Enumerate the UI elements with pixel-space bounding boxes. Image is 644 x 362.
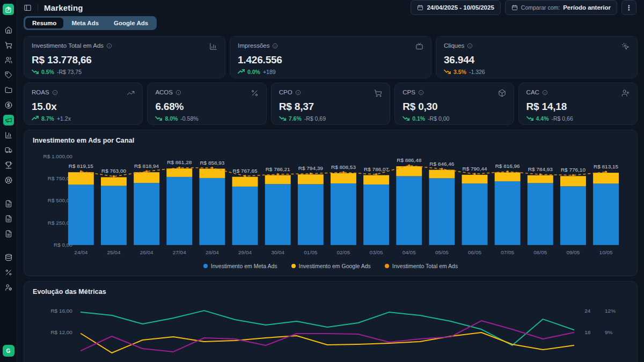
kpi-label: CPS bbox=[402, 89, 415, 95]
svg-text:28/04: 28/04 bbox=[206, 249, 219, 255]
sidebar-item-orders[interactable] bbox=[3, 40, 14, 50]
legend-item[interactable]: Investimento em Google Ads bbox=[291, 263, 371, 269]
sidebar-item-discounts[interactable] bbox=[3, 267, 14, 278]
trend-arrow-icon bbox=[155, 115, 162, 122]
user-plus-icon bbox=[621, 89, 630, 99]
svg-text:R$ 818,94: R$ 818,94 bbox=[134, 163, 159, 169]
sidebar-item-report-3[interactable] bbox=[3, 228, 14, 239]
svg-text:01/05: 01/05 bbox=[304, 249, 317, 255]
trophy-icon bbox=[5, 161, 12, 169]
sidebar-item-marketing[interactable] bbox=[3, 115, 14, 125]
panel-toggle-button[interactable] bbox=[24, 4, 32, 12]
kpi-value: R$ 14,18 bbox=[526, 101, 630, 113]
date-range-button[interactable]: 24/04/2025 - 10/05/2025 bbox=[411, 0, 500, 15]
life-buoy-icon bbox=[5, 176, 12, 184]
svg-text:25/04: 25/04 bbox=[107, 249, 121, 255]
info-icon[interactable] bbox=[272, 43, 278, 49]
sidebar-item-logistics[interactable] bbox=[3, 145, 14, 156]
svg-text:06/05: 06/05 bbox=[468, 249, 481, 255]
svg-text:26/04: 26/04 bbox=[140, 249, 153, 255]
svg-text:R$ 813,15: R$ 813,15 bbox=[594, 164, 618, 169]
kpi-card-cliques: Cliques 36.944 3.5%-1.326 bbox=[436, 36, 638, 78]
svg-text:R$ 790,44: R$ 790,44 bbox=[463, 166, 487, 172]
info-icon[interactable] bbox=[542, 90, 548, 95]
bar-chart: R$ 1.000,00R$ 750,00R$ 500,00R$ 250,00R$… bbox=[33, 149, 628, 261]
sidebar-item-analytics[interactable] bbox=[3, 130, 14, 141]
tab-resumo[interactable]: Resumo bbox=[25, 18, 63, 28]
sidebar-item-database[interactable] bbox=[3, 252, 14, 263]
line-chart-card: Evolução das Métricas R$ 16,00R$ 12,0024… bbox=[24, 281, 638, 362]
kpi-value: 1.426.556 bbox=[238, 54, 423, 66]
svg-text:29/04: 29/04 bbox=[238, 249, 252, 255]
info-icon[interactable] bbox=[295, 90, 301, 95]
info-icon[interactable] bbox=[52, 90, 58, 95]
svg-text:R$ 786,07: R$ 786,07 bbox=[364, 166, 389, 172]
users-icon bbox=[5, 56, 12, 64]
trend-arrow-icon bbox=[238, 68, 245, 75]
tv-icon bbox=[415, 42, 423, 53]
svg-text:27/04: 27/04 bbox=[173, 249, 186, 255]
svg-text:R$ 767,65: R$ 767,65 bbox=[233, 168, 258, 174]
svg-text:R$ 1.000,00: R$ 1.000,00 bbox=[43, 153, 73, 159]
sidebar-item-support[interactable] bbox=[3, 175, 14, 186]
sidebar-item-report-2[interactable] bbox=[3, 213, 14, 224]
compare-period-button[interactable]: Comparar com: Período anterior bbox=[505, 0, 617, 15]
chart-column-icon bbox=[209, 42, 217, 53]
tab-meta-ads[interactable]: Meta Ads bbox=[64, 18, 106, 28]
user-avatar[interactable]: G bbox=[3, 345, 14, 357]
svg-text:R$ 12,00: R$ 12,00 bbox=[50, 329, 72, 335]
kpi-card-impressoes: Impressões 1.426.556 0.0%+189 bbox=[230, 36, 431, 78]
svg-text:R$ 861,28: R$ 861,28 bbox=[167, 159, 192, 165]
info-icon[interactable] bbox=[175, 90, 181, 95]
megaphone-icon bbox=[5, 116, 12, 124]
kpi-label: Investimento Total em Ads bbox=[32, 42, 104, 49]
calendar-icon bbox=[511, 4, 518, 11]
kpi-value: R$ 0,30 bbox=[402, 101, 506, 113]
info-icon[interactable] bbox=[418, 90, 424, 95]
top-bar: Marketing 24/04/2025 - 10/05/2025 Compar… bbox=[17, 0, 644, 15]
legend-dot-icon bbox=[291, 264, 296, 268]
kpi-trend: 0.1%-R$ 0,00 bbox=[402, 115, 506, 122]
line-chart-title: Evolução das Métricas bbox=[33, 288, 628, 295]
sidebar-item-customers[interactable] bbox=[3, 55, 14, 65]
sidebar-item-finance[interactable] bbox=[3, 100, 14, 110]
kpi-label: CAC bbox=[526, 89, 539, 95]
tag-icon bbox=[5, 71, 12, 79]
database-icon bbox=[5, 254, 12, 261]
kpi-label: Impressões bbox=[238, 42, 269, 49]
main-area: Marketing 24/04/2025 - 10/05/2025 Compar… bbox=[17, 0, 644, 362]
sidebar-item-user-settings[interactable] bbox=[3, 282, 14, 293]
file-text-icon bbox=[5, 200, 12, 208]
trend-arrow-icon bbox=[444, 68, 451, 75]
header-divider bbox=[38, 4, 38, 11]
kpi-trend: 0.5%-R$ 73,75 bbox=[32, 68, 217, 75]
bar-chart-legend: Investimento em Meta AdsInvestimento em … bbox=[33, 263, 628, 269]
page-title: Marketing bbox=[44, 3, 83, 12]
chart-column-icon bbox=[5, 131, 12, 139]
sidebar-item-home[interactable] bbox=[3, 25, 14, 35]
info-icon[interactable] bbox=[106, 43, 112, 49]
kpi-label: ACOS bbox=[155, 89, 173, 95]
kpi-card-acos: ACOS 6.68% 8.0%-0.58% bbox=[147, 83, 266, 125]
svg-text:R$ 858,93: R$ 858,93 bbox=[200, 160, 224, 166]
svg-text:24: 24 bbox=[584, 308, 591, 314]
svg-text:24/04: 24/04 bbox=[74, 249, 87, 255]
svg-text:9%: 9% bbox=[605, 329, 613, 335]
info-icon[interactable] bbox=[467, 43, 473, 49]
sidebar-item-tags[interactable] bbox=[3, 70, 14, 80]
app-logo[interactable] bbox=[3, 4, 14, 15]
more-options-button[interactable]: ⋮ bbox=[621, 0, 636, 15]
svg-text:R$ 816,96: R$ 816,96 bbox=[495, 164, 520, 169]
trending-up-icon bbox=[127, 89, 135, 99]
tab-google-ads[interactable]: Google Ads bbox=[107, 18, 155, 28]
sidebar-item-catalog[interactable] bbox=[3, 85, 14, 95]
legend-item[interactable]: Investimento em Meta Ads bbox=[203, 263, 277, 269]
panel-left-icon bbox=[24, 4, 32, 12]
kpi-value: R$ 13.778,66 bbox=[32, 54, 217, 66]
home-icon bbox=[5, 26, 12, 34]
sidebar-item-goals[interactable] bbox=[3, 160, 14, 171]
legend-item[interactable]: Investimento Total em Ads bbox=[385, 263, 458, 269]
kpi-value: 15.0x bbox=[32, 101, 135, 113]
svg-text:R$ 886,48: R$ 886,48 bbox=[397, 157, 421, 163]
sidebar-item-report-1[interactable] bbox=[3, 198, 14, 209]
